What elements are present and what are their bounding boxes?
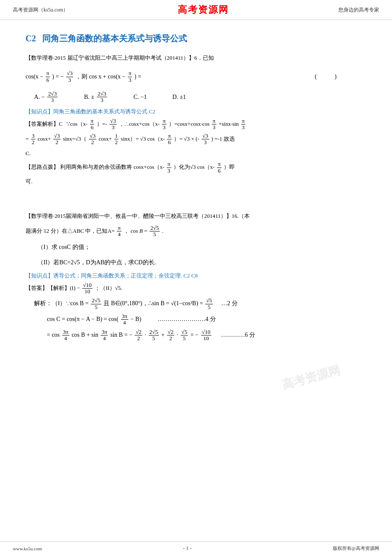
page-footer: www.ks5u.com - 1 - 版权所有@高考资源网 xyxy=(0,541,392,555)
main-content: C2 同角三角函数的基本关系式与诱导公式 【数学理卷·2015 届辽宁省沈阳二中… xyxy=(0,20,392,374)
separator-1 xyxy=(26,195,371,203)
problem2-part1: （I）求 cosC 的值； xyxy=(37,241,371,253)
watermark: 高考资源网 xyxy=(280,362,342,393)
problem1-thinking: 【思路点拨】 利用两角和与差的余弦函数将 cosx+cos（x- π3 ）化为√… xyxy=(26,161,371,174)
problem-2: 【数学理卷·2015届湖南省浏阳一中、攸县一中、醴陵一中三校高三联考（20141… xyxy=(26,211,371,342)
page-header: 高考资源网（ks5u.com） 高考资源网 您身边的高考专家 xyxy=(0,0,392,20)
section-id: C2 xyxy=(26,34,36,43)
problem2-analysis-1: 解析：（Ⅰ）∵cos B = 2√55 且 B∈(0°,180°)，∴sin B… xyxy=(34,297,371,310)
footer-left: www.ks5u.com xyxy=(13,546,42,551)
problem1-knowledge: 【知识点】同角三角函数的基本关系式与诱导公式 C2 xyxy=(26,108,371,116)
choice-A: A. − 2√33 xyxy=(34,91,58,104)
choice-B: B. ± 2√33 xyxy=(84,91,108,104)
choice-C: C. −1 xyxy=(133,94,147,101)
problem1-answer-c: C. xyxy=(26,148,371,159)
header-center: 高考资源网 xyxy=(178,3,229,16)
problem1-source: 【数学理卷·2015 届辽宁省沈阳二中高三上学期期中考试（201411）】6．已… xyxy=(26,53,371,63)
problem1-equation: cos(x − π6 ) = − √33 ，则 cos x + cos(x − … xyxy=(26,67,371,87)
problem1-bracket: ( ) xyxy=(315,73,337,81)
section-title: C2 同角三角函数的基本关系式与诱导公式 xyxy=(26,33,371,44)
section-name: 同角三角函数的基本关系式与诱导公式 xyxy=(42,34,187,43)
problem1-thinking2: 可. xyxy=(26,176,371,187)
problem1-choices: A. − 2√33 B. ± 2√33 C. −1 D. ±1 xyxy=(34,91,371,104)
problem2-analysis-2: cos C = cos(π − A − B) = cos( 3π4 − B) …… xyxy=(47,313,371,326)
footer-right: 版权所有@高考资源网 xyxy=(333,545,379,552)
problem2-source2: 题满分 12 分）在△ABC 中，已知A= π4 ， cos B = 2√55 … xyxy=(26,225,371,238)
problem1-answer-header: 【答案解析】C ∵cos（x- π6 ）=- √33 ，∴cosx+cos（x-… xyxy=(26,118,371,131)
problem2-source: 【数学理卷·2015届湖南省浏阳一中、攸县一中、醴陵一中三校高三联考（20141… xyxy=(26,211,371,221)
choice-D: D. ±1 xyxy=(173,94,186,101)
header-right: 您身边的高考专家 xyxy=(338,6,379,14)
problem2-part2: （II）若BC=2√5，D为AB的中点，求CD的长. xyxy=(37,257,371,269)
problem1-answer-line2: = 32 cosx+ √32 sinx=√3（ √32 cosx+ 12 sin… xyxy=(26,133,371,146)
footer-center: - 1 - xyxy=(183,545,192,552)
problem-1: 【数学理卷·2015 届辽宁省沈阳二中高三上学期期中考试（201411）】6．已… xyxy=(26,53,371,187)
problem2-analysis-3: = cos 3π4 cos B + sin 3π4 sin B = − √22 … xyxy=(47,329,371,342)
problem2-answer: 【答案】【解析】(I) − √1010 ；（II）√5. xyxy=(26,282,371,295)
problem2-knowledge: 【知识点】诱导公式；同角三角函数关系；正弦定理；余弦定理. C2 C8 xyxy=(26,272,371,280)
header-left: 高考资源网（ks5u.com） xyxy=(13,6,68,14)
